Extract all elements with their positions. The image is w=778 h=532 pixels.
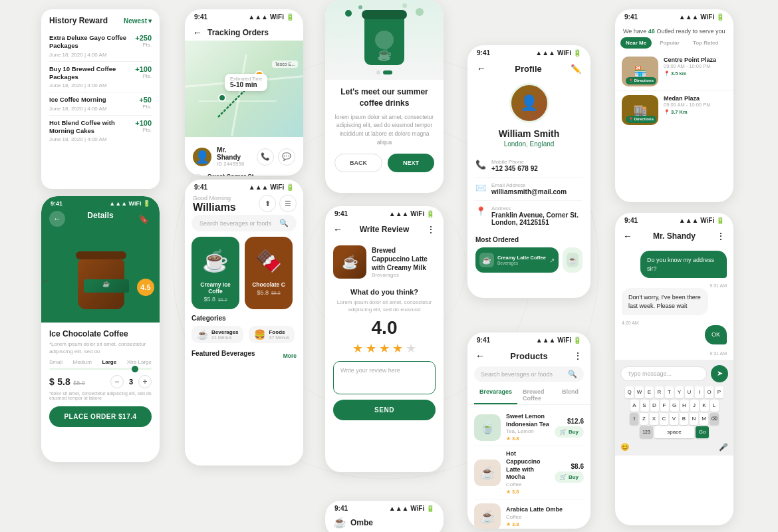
williams-header-area: Good Morning Williams ⬆ ☰: [185, 192, 303, 215]
key-w[interactable]: W: [635, 386, 644, 398]
directions-badge-1[interactable]: 📍 Directions: [626, 77, 656, 84]
review-more-icon[interactable]: ⋮: [426, 224, 436, 235]
chat-button[interactable]: 💬: [278, 148, 295, 166]
buy-button-2[interactable]: 🛒 Buy: [555, 471, 584, 483]
star-4[interactable]: ★: [392, 341, 403, 356]
edit-icon[interactable]: ✏️: [571, 64, 581, 74]
ordered-item-link-1[interactable]: ↗: [549, 257, 555, 264]
key-q[interactable]: Q: [625, 386, 634, 398]
key-f[interactable]: F: [660, 400, 669, 412]
categories-section: Categories ☕ Beverages 41 Menus 🍔 Foods …: [185, 309, 303, 346]
star-2[interactable]: ★: [366, 341, 376, 356]
key-p[interactable]: P: [715, 386, 723, 398]
featured-cards: ☕ Creamy Ice Coffe $5.8 $6.0 🍫 Chocolate…: [185, 237, 303, 309]
size-slider[interactable]: [49, 368, 152, 370]
key-g[interactable]: G: [670, 400, 679, 412]
key-d[interactable]: D: [650, 400, 659, 412]
review-back-icon[interactable]: ←: [333, 224, 342, 235]
key-s[interactable]: S: [640, 400, 649, 412]
star-3[interactable]: ★: [379, 341, 390, 356]
key-a[interactable]: A: [630, 400, 639, 412]
places-tab-near[interactable]: Near Me: [620, 37, 652, 49]
tracking-stop-1: 📍 Sweet Corner St. Franklin Avenue 2253: [193, 171, 295, 176]
chat-message-2: Don't worry, I've been there last week. …: [622, 288, 708, 315]
key-e[interactable]: E: [645, 386, 654, 398]
products-search-placeholder: Search beverages or foods: [481, 371, 565, 378]
key-shift[interactable]: ⇧: [630, 413, 638, 425]
key-space[interactable]: space: [654, 426, 694, 438]
chat-more-icon[interactable]: ⋮: [716, 231, 725, 241]
star-1[interactable]: ★: [352, 341, 363, 356]
featured-card-2[interactable]: 🍫 Chocolate C $5.8 $8.0: [245, 237, 293, 309]
summer-desc: lorem ipsum dolor sit amet, consectetur …: [334, 113, 434, 147]
next-button[interactable]: NEXT: [388, 154, 434, 172]
key-123[interactable]: 123: [640, 426, 653, 438]
key-u[interactable]: U: [685, 386, 694, 398]
key-i[interactable]: I: [695, 386, 704, 398]
key-c[interactable]: C: [660, 413, 668, 425]
chat-back-icon[interactable]: ←: [623, 231, 632, 241]
key-go[interactable]: Go: [696, 426, 709, 438]
qty-decrease-button[interactable]: −: [110, 375, 124, 388]
dot-2[interactable]: [383, 70, 392, 74]
directions-badge-2[interactable]: 📍 Directions: [626, 116, 656, 123]
size-large[interactable]: Large: [102, 359, 116, 365]
search-bar[interactable]: Search beverages or foods 🔍: [192, 215, 297, 231]
size-small[interactable]: Small: [49, 359, 63, 365]
tab-blend[interactable]: Blend: [557, 386, 584, 404]
key-o[interactable]: O: [705, 386, 713, 398]
message-input[interactable]: Type message...: [620, 366, 707, 381]
key-h[interactable]: H: [680, 400, 689, 412]
key-m[interactable]: M: [700, 413, 708, 425]
category-foods[interactable]: 🍔 Foods 37 Menus: [249, 326, 295, 343]
featured-card-1[interactable]: ☕ Creamy Ice Coffe $5.8 $6.0: [192, 237, 239, 309]
profile-back-icon[interactable]: ←: [477, 63, 486, 74]
place-order-button[interactable]: PLACE ORDER $17.4: [49, 406, 152, 427]
ordered-item-2[interactable]: ☕: [563, 247, 583, 273]
key-z[interactable]: Z: [640, 413, 648, 425]
key-y[interactable]: Y: [675, 386, 684, 398]
emoji-button[interactable]: 😊: [620, 443, 630, 452]
products-search[interactable]: Search beverages or foods 🔍: [474, 366, 584, 382]
history-filter[interactable]: Newest ▾: [124, 17, 152, 25]
dot-1[interactable]: [376, 70, 380, 74]
products-more-icon[interactable]: ⋮: [573, 350, 583, 361]
key-k[interactable]: K: [700, 400, 709, 412]
place-dist-2: 📍 3.7 Km: [664, 109, 727, 115]
call-button[interactable]: 📞: [257, 148, 274, 166]
bookmark-icon[interactable]: 🔖: [136, 211, 152, 227]
review-input[interactable]: Write your review here: [333, 361, 436, 394]
products-card: 9:41 ▲▲▲ WiFi 🔋 ← Products ⋮ Search beve…: [467, 332, 590, 529]
qty-increase-button[interactable]: +: [138, 375, 152, 388]
key-x[interactable]: X: [650, 413, 658, 425]
tab-brewed[interactable]: Brewed Coffee: [517, 386, 557, 404]
key-n[interactable]: N: [690, 413, 698, 425]
send-review-button[interactable]: SEND: [333, 400, 436, 420]
size-xlarge[interactable]: Xtra Large: [127, 359, 152, 365]
tab-beverages[interactable]: Brevarages: [474, 386, 517, 404]
star-5[interactable]: ★: [406, 341, 416, 356]
key-delete[interactable]: ⌫: [710, 413, 719, 425]
places-tab-toprated[interactable]: Top Rated: [688, 37, 724, 49]
key-t[interactable]: T: [665, 386, 674, 398]
summer-content: Let's meet our summer coffee drinks lore…: [325, 80, 444, 179]
menu-button[interactable]: ☰: [279, 195, 297, 212]
category-beverages[interactable]: ☕ Beverages 41 Menus: [192, 326, 243, 343]
ordered-item-1[interactable]: ☕ Creamy Latte Coffee Beverages ↗: [475, 247, 559, 273]
key-j[interactable]: J: [690, 400, 699, 412]
key-r[interactable]: R: [655, 386, 664, 398]
buy-button-1[interactable]: 🛒 Buy: [555, 426, 584, 438]
key-l[interactable]: L: [710, 400, 719, 412]
back-button[interactable]: BACK: [334, 154, 382, 172]
share-button[interactable]: ⬆: [259, 195, 276, 212]
more-link[interactable]: More: [283, 352, 297, 359]
products-back-icon[interactable]: ←: [475, 350, 485, 361]
mic-button[interactable]: 🎤: [719, 443, 728, 452]
details-back-button[interactable]: ←: [49, 211, 65, 227]
key-v[interactable]: V: [670, 413, 678, 425]
send-message-button[interactable]: ➤: [711, 365, 728, 382]
size-medium[interactable]: Medium: [72, 359, 91, 365]
places-tab-popular[interactable]: Popular: [654, 37, 685, 49]
tracking-back-icon[interactable]: ←: [193, 27, 202, 38]
key-b[interactable]: B: [680, 413, 688, 425]
